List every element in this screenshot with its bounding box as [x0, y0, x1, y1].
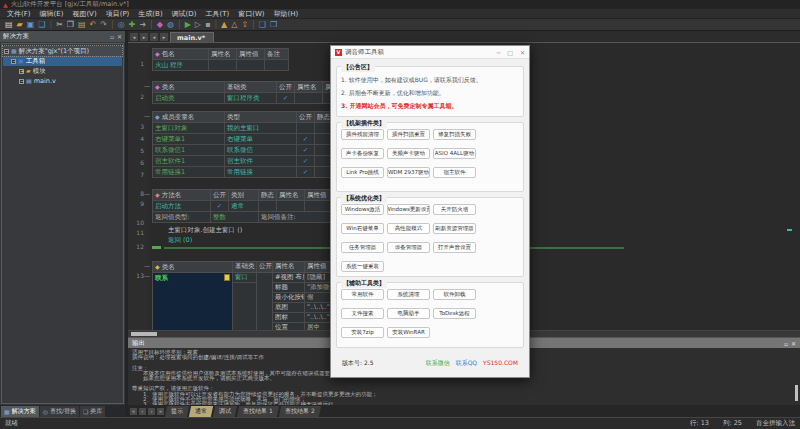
close-icon[interactable]: ✕: [117, 33, 122, 40]
save-all-icon[interactable]: ❏: [38, 20, 45, 29]
cell-var-name[interactable]: 联系微信1: [153, 145, 225, 156]
menu-item[interactable]: 工具(T): [205, 9, 229, 19]
editor-tab-mainv[interactable]: main.v*: [170, 32, 214, 42]
property-name[interactable]: 最小化按钮: [273, 293, 305, 303]
cell-public[interactable]: ✓: [297, 156, 315, 167]
expand-icon[interactable]: +: [19, 69, 24, 74]
tool-button[interactable]: 美频声卡驱动: [387, 148, 430, 159]
menu-item[interactable]: 调试(D): [172, 9, 197, 19]
designer-icon[interactable]: ◆: [157, 20, 163, 29]
menu-item[interactable]: 文件(F): [7, 9, 31, 19]
tool-button[interactable]: 文件搜索: [341, 308, 384, 319]
tool-button[interactable]: 软件卸载: [433, 289, 476, 300]
tool-button[interactable]: WDM 2937驱动: [387, 167, 430, 178]
scrollbar-thumb[interactable]: [131, 332, 157, 336]
cell-var-name[interactable]: 宿主软件1: [153, 156, 225, 167]
scroll-left-icon[interactable]: ‹: [139, 408, 146, 415]
tool-button[interactable]: 系统一键重装: [341, 261, 384, 272]
cell-public[interactable]: [257, 273, 273, 333]
wechat-link[interactable]: 联系微信: [426, 359, 450, 368]
tool-button[interactable]: ASIO 4ALL驱动: [433, 148, 476, 159]
pin-icon[interactable]: ▫: [110, 33, 114, 40]
tab-debug[interactable]: 调试: [213, 406, 237, 417]
tab-hints[interactable]: 提示: [165, 406, 189, 417]
tool-button[interactable]: Win右键菜单: [341, 223, 384, 234]
tool-button[interactable]: 设备管理器: [387, 242, 430, 253]
tab-solution[interactable]: ▦ 解决方案: [1, 406, 39, 417]
property-name[interactable]: 图标: [273, 313, 305, 323]
step-icon[interactable]: ▷: [195, 20, 201, 29]
fold-marker[interactable]: —: [144, 262, 150, 269]
tool-button[interactable]: 修复扫描失败: [433, 129, 476, 140]
fold-marker[interactable]: —: [144, 112, 150, 119]
help-icon[interactable]: ❒: [270, 20, 277, 29]
property-name[interactable]: 底图: [273, 303, 305, 313]
paste-icon[interactable]: ▤: [78, 20, 86, 29]
tab-scroll-left-icon[interactable]: ◂: [150, 33, 158, 41]
menu-item[interactable]: 项目(P): [106, 9, 130, 19]
cell-category[interactable]: 通常: [229, 201, 259, 212]
scroll-first-icon[interactable]: «: [130, 408, 137, 415]
nav-back-icon[interactable]: ◂: [130, 33, 138, 41]
tool-button[interactable]: 声卡备份恢复: [341, 148, 384, 159]
cell-return-type[interactable]: 整数: [211, 212, 259, 223]
browser-icon[interactable]: ◍: [167, 20, 174, 29]
rebuild-icon[interactable]: △: [231, 20, 237, 29]
cell-class-name-selected[interactable]: 联系: [153, 273, 233, 333]
tool-button[interactable]: 安装7zip: [341, 327, 384, 338]
stop-icon[interactable]: ▪: [205, 20, 210, 29]
undo-icon[interactable]: ↶: [90, 20, 97, 29]
tool-button[interactable]: 宿主软件: [433, 167, 476, 178]
close-icon[interactable]: ✕: [520, 49, 525, 56]
cell-method-name[interactable]: 启动方法: [153, 201, 211, 212]
tool-button[interactable]: 刷新资源管理器: [433, 223, 476, 234]
scroll-right-icon[interactable]: ›: [148, 408, 155, 415]
find-icon[interactable]: ◎: [118, 20, 125, 29]
tool-button[interactable]: 高性能模式: [387, 223, 430, 234]
tool-button[interactable]: ToDesk远程: [433, 308, 476, 319]
fold-marker[interactable]: —: [144, 190, 150, 197]
menu-item[interactable]: 生成(B): [138, 9, 162, 19]
maximize-icon[interactable]: □: [507, 49, 513, 56]
tool-button[interactable]: 关开防火墙: [433, 204, 476, 215]
cell-public[interactable]: ✓: [297, 167, 315, 178]
cell-public[interactable]: ✓: [297, 134, 315, 145]
save-icon[interactable]: ▣: [27, 20, 35, 29]
open-folder-icon[interactable]: ▰: [17, 20, 23, 29]
cell-var-type[interactable]: 联系微信: [225, 145, 297, 156]
tree-item-solution-root[interactable]: − ▦ 解决方案"gjx"(1个项目): [3, 46, 122, 56]
scroll-last-icon[interactable]: »: [157, 408, 164, 415]
fold-marker[interactable]: —: [144, 272, 150, 279]
cut-icon[interactable]: ✂: [56, 20, 63, 29]
cell-var-name[interactable]: 右键菜单1: [153, 134, 225, 145]
collapse-icon[interactable]: −: [11, 59, 16, 64]
tool-button[interactable]: Link Pro跳线: [341, 167, 384, 178]
tool-button[interactable]: Windows更新设置: [387, 204, 430, 215]
cell-public[interactable]: ✓: [211, 201, 229, 212]
website-link[interactable]: YS150.COM: [483, 359, 518, 368]
redo-icon[interactable]: ↷: [100, 20, 107, 29]
cell-public[interactable]: ✓: [277, 93, 295, 104]
tab-class-library[interactable]: ❏ 类库: [80, 406, 105, 417]
cell-package-name[interactable]: 火山 程序: [153, 60, 209, 71]
collapse-icon[interactable]: −: [19, 79, 24, 84]
tab-find-replace[interactable]: ◎ 查找/替换: [40, 406, 79, 417]
cell-var-type[interactable]: 右键菜单: [225, 134, 297, 145]
copy-icon[interactable]: ❐: [67, 20, 74, 29]
nav-forward-icon[interactable]: ▸: [140, 33, 148, 41]
tool-button[interactable]: 电脑助手: [387, 308, 430, 319]
status-ime[interactable]: 首全拼输入法: [756, 419, 795, 428]
cell-base-class[interactable]: 窗口: [233, 273, 256, 283]
windows-icon[interactable]: ❑: [259, 20, 266, 29]
cell-var-type[interactable]: 我的主窗口: [225, 123, 297, 134]
goto-icon[interactable]: ➜: [139, 20, 146, 29]
menu-item[interactable]: 视图(V): [72, 9, 96, 19]
tool-button[interactable]: Windows激活: [341, 204, 384, 215]
tool-button[interactable]: 插件扫描重置: [387, 129, 430, 140]
tool-button[interactable]: 任务管理器: [341, 242, 384, 253]
add-icon[interactable]: ✚: [129, 20, 136, 29]
code-statement[interactable]: 主窗口对象.创建主窗口 (): [168, 226, 242, 235]
code-statement[interactable]: 返回 (0): [168, 236, 192, 245]
run-icon[interactable]: ▶: [185, 20, 191, 29]
menu-item[interactable]: 编辑(E): [40, 9, 64, 19]
